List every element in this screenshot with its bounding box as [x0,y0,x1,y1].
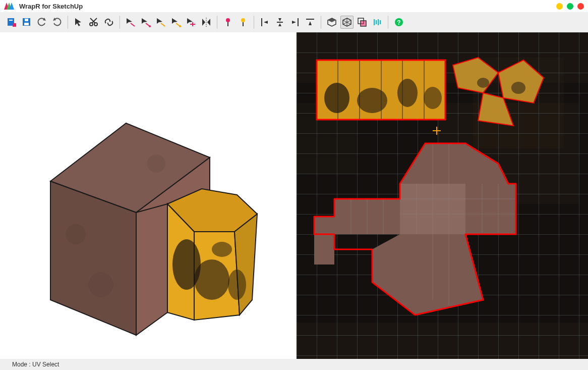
statusbar: Mode : UV Select [0,359,588,370]
toolbar-separator [254,16,254,29]
svg-point-63 [66,224,86,244]
edge-tool-4-button[interactable] [169,16,183,29]
window-controls [556,3,584,10]
svg-rect-101 [314,217,334,265]
object-hex-prism [167,189,257,320]
svg-marker-11 [75,18,81,26]
svg-rect-5 [13,23,16,27]
statusbar-mode-label: Mode : [12,361,31,368]
link-tool-button[interactable] [102,16,115,29]
svg-text:?: ? [397,19,400,26]
maximize-button[interactable] [567,3,573,10]
toolbar-separator [120,16,120,29]
svg-point-83 [397,79,418,107]
svg-rect-52 [361,21,366,26]
viewport-3d[interactable] [0,32,297,359]
svg-marker-62 [136,204,167,335]
svg-rect-8 [24,23,29,25]
main-split [0,32,588,359]
svg-marker-29 [202,19,205,26]
svg-point-73 [228,270,246,300]
svg-marker-30 [207,19,210,26]
svg-marker-16 [127,18,132,24]
uv-cursor-icon [433,127,441,135]
toolbar-separator [68,16,68,29]
align-top-button[interactable] [304,16,317,29]
shade-wire-button[interactable] [340,16,354,29]
undo-button[interactable] [35,16,48,29]
edge-tool-1-button[interactable] [124,16,137,29]
toolbar-separator [217,16,217,29]
pin-magenta-button[interactable] [221,16,234,29]
uv-layout [297,32,588,358]
svg-point-64 [88,272,113,297]
uv-island-hex-caps[interactable] [453,58,544,126]
toolbar-separator [388,16,388,29]
titlebar: WrapR for SketchUp [0,0,588,12]
select-tool-button[interactable] [72,16,85,29]
svg-marker-39 [278,18,281,21]
svg-point-95 [511,82,525,94]
scene-3d [0,32,297,358]
svg-marker-26 [187,18,193,24]
help-button[interactable]: ? [392,16,405,29]
svg-line-22 [161,23,165,26]
mirror-tool-button[interactable] [200,16,213,29]
svg-marker-37 [264,21,268,24]
svg-marker-44 [309,21,312,25]
svg-rect-7 [25,19,28,21]
uv-island-hex-strip[interactable] [317,60,445,120]
svg-point-71 [194,259,229,300]
shade-solid-button[interactable] [325,16,338,29]
svg-marker-92 [498,60,544,103]
svg-marker-40 [278,23,281,26]
app-logo-icon [4,3,15,10]
app-title: WrapR for SketchUp [19,3,83,10]
cut-tool-button[interactable] [87,16,100,29]
svg-point-25 [179,25,181,27]
svg-marker-42 [292,21,296,24]
pin-yellow-button[interactable] [237,16,250,29]
svg-marker-23 [172,18,178,24]
redo-button[interactable] [50,16,64,29]
stretch-tool-button[interactable] [371,16,384,29]
svg-marker-104 [465,143,508,184]
svg-point-34 [241,18,245,22]
svg-marker-91 [453,58,498,93]
svg-marker-46 [328,18,336,22]
svg-rect-102 [465,184,516,234]
edge-tool-5-button[interactable] [185,16,198,29]
align-v-center-button[interactable] [273,16,286,29]
uv-island-box-unfold[interactable] [314,141,516,315]
svg-point-82 [357,88,387,113]
svg-point-65 [147,154,165,173]
edge-tool-3-button[interactable] [154,16,167,29]
align-right-button[interactable] [288,16,302,29]
viewport-uv[interactable] [297,32,588,359]
close-button[interactable] [577,3,584,10]
toolbar: ? [0,12,588,32]
svg-marker-21 [157,18,162,24]
svg-point-84 [424,87,442,109]
svg-point-32 [226,18,230,22]
align-left-button[interactable] [258,16,271,29]
toolbar-separator [321,16,321,29]
overlap-check-button[interactable] [356,16,369,29]
svg-marker-18 [142,18,147,24]
statusbar-mode-value: UV Select [32,361,59,368]
svg-line-17 [131,23,135,26]
svg-point-94 [477,78,489,88]
edge-tool-2-button[interactable] [139,16,152,29]
minimize-button[interactable] [556,3,563,10]
svg-point-81 [324,83,349,113]
svg-point-20 [149,25,151,27]
open-file-button[interactable] [5,16,18,29]
save-file-button[interactable] [20,16,33,29]
svg-point-72 [212,242,232,257]
svg-rect-4 [9,20,13,21]
